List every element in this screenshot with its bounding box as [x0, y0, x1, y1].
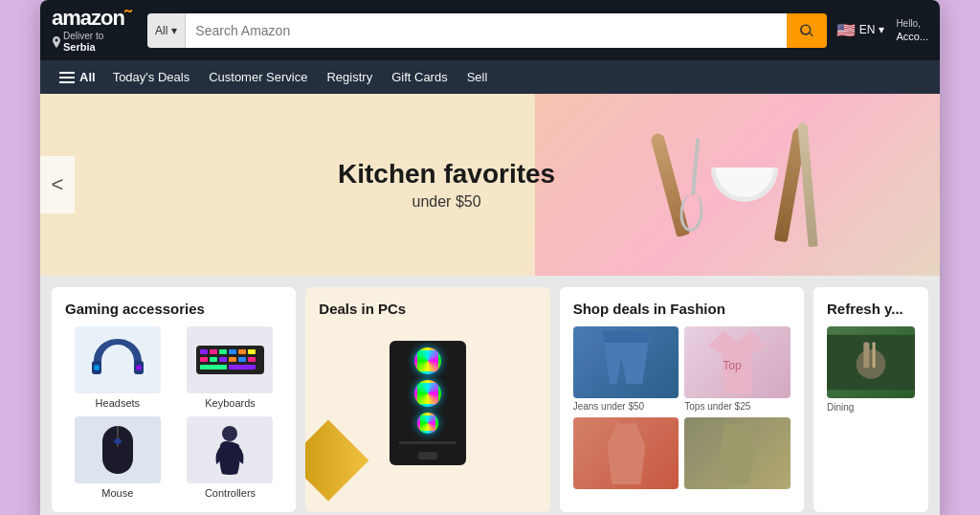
svg-rect-16 [248, 357, 256, 362]
pc-stripe [399, 441, 457, 444]
refresh-card-title: Refresh y... [827, 301, 915, 317]
svg-rect-14 [229, 357, 236, 362]
svg-point-24 [857, 349, 886, 379]
figurine-icon [211, 424, 249, 477]
spatula-decoration [797, 123, 817, 247]
hero-price: $50 [456, 193, 481, 210]
svg-rect-7 [219, 349, 227, 354]
hero-subtitle: under $50 [338, 193, 555, 211]
chevron-down-icon: ▾ [171, 24, 177, 37]
svg-rect-11 [200, 357, 208, 362]
dress1-icon [573, 417, 679, 489]
account-label: Acco... [896, 30, 928, 43]
hero-subtitle-text: under [412, 193, 456, 210]
svg-rect-9 [238, 349, 246, 354]
prev-slide-button[interactable]: < [40, 156, 75, 213]
headset-icon [84, 334, 151, 387]
dining-label: Dining [827, 402, 915, 413]
jeans-icon [573, 326, 679, 398]
jeans-label: Jeans under $50 [573, 401, 679, 412]
search-input[interactable] [186, 13, 786, 48]
svg-rect-25 [863, 342, 869, 368]
tops-icon: Top [684, 326, 791, 398]
logo-area[interactable]: amazon˜ Deliver to Serbia [52, 8, 138, 53]
gaming-item-keyboard[interactable]: Keyboards [178, 326, 283, 409]
account-area[interactable]: Hello, Acco... [896, 17, 928, 43]
svg-rect-15 [238, 357, 246, 362]
svg-rect-17 [200, 365, 227, 369]
pc-image-container[interactable] [319, 326, 536, 480]
hero-banner: < Kitchen favorites under $50 [40, 94, 940, 276]
fashion-item-dress2[interactable] [684, 417, 791, 492]
us-flag-icon: 🇺🇸 [836, 21, 856, 39]
refresh-card: Refresh y... Dining [813, 287, 928, 512]
refresh-item-dining[interactable]: Dining [827, 326, 915, 413]
svg-rect-26 [873, 342, 876, 368]
gaming-item-figurine[interactable]: Controllers [178, 416, 283, 499]
svg-rect-8 [229, 349, 236, 354]
nav-bar: All Today's Deals Customer Service Regis… [40, 60, 940, 94]
amazon-header: amazon˜ Deliver to Serbia All ▾ [40, 0, 940, 60]
location-text: Serbia [63, 41, 103, 53]
fashion-item-jeans[interactable]: Jeans under $50 [573, 326, 679, 412]
nav-sell[interactable]: Sell [457, 66, 498, 88]
nav-all-button[interactable]: All [52, 66, 103, 88]
location-icon [52, 36, 61, 48]
keyboard-label: Keyboards [205, 397, 256, 409]
keyboard-icon [194, 341, 266, 379]
search-category-dropdown[interactable]: All ▾ [147, 13, 186, 48]
gaming-items: Headsets [65, 326, 282, 499]
pc-drive [418, 452, 437, 459]
language-label: EN [859, 23, 876, 36]
gaming-item-headset[interactable]: Headsets [65, 326, 170, 409]
fan-3 [417, 413, 438, 434]
dress2-image [684, 417, 791, 489]
gaming-card-title: Gaming accessories [65, 301, 282, 317]
svg-text:Top: Top [724, 359, 743, 372]
jeans-image [573, 326, 679, 398]
fashion-items: Jeans under $50 Top Tops under $25 [573, 326, 791, 492]
fashion-item-dress1[interactable] [573, 417, 679, 492]
hero-text: Kitchen favorites under $50 [338, 159, 555, 211]
all-label: All [79, 70, 96, 84]
prev-arrow-icon: < [52, 172, 64, 197]
browser-window: amazon˜ Deliver to Serbia All ▾ [40, 0, 940, 515]
figurine-label: Controllers [205, 487, 256, 499]
nav-registry[interactable]: Registry [317, 66, 382, 88]
fashion-card-title: Shop deals in Fashion [573, 301, 791, 317]
amazon-logo: amazon˜ [52, 8, 130, 29]
search-button[interactable] [787, 13, 827, 48]
svg-rect-6 [210, 349, 217, 354]
bowl-decoration [711, 168, 778, 202]
language-selector[interactable]: 🇺🇸 EN ▾ [836, 21, 885, 39]
fashion-card: Shop deals in Fashion Jeans under $50 [560, 287, 804, 512]
search-bar: All ▾ [147, 13, 827, 48]
fashion-item-tops[interactable]: Top Tops under $25 [684, 326, 791, 412]
hero-title: Kitchen favorites [338, 159, 555, 190]
svg-point-3 [136, 365, 142, 370]
pc-card-title: Deals in PCs [319, 301, 536, 317]
deliver-to[interactable]: Deliver to Serbia [52, 31, 103, 53]
tops-label: Tops under $25 [684, 401, 791, 412]
svg-point-20 [114, 438, 122, 444]
whisk-decoration [678, 137, 708, 233]
mouse-icon [99, 424, 137, 477]
headset-image [75, 326, 161, 393]
svg-rect-13 [219, 357, 227, 362]
search-icon [798, 22, 815, 39]
pc-card: Deals in PCs [305, 287, 549, 512]
fan-2 [414, 380, 441, 407]
mouse-label: Mouse [101, 487, 133, 499]
search-category-label: All [155, 24, 167, 37]
nav-customer-service[interactable]: Customer Service [199, 66, 317, 88]
nav-todays-deals[interactable]: Today's Deals [103, 66, 200, 88]
lang-chevron-icon: ▾ [879, 23, 884, 36]
gaming-card: Gaming accessories Head [52, 287, 296, 512]
product-grid: Gaming accessories Head [40, 276, 940, 515]
amazon-smile: ˜ [124, 6, 130, 30]
nav-gift-cards[interactable]: Gift Cards [382, 66, 457, 88]
pc-tower [390, 341, 466, 465]
headset-label: Headsets [96, 397, 140, 409]
gaming-item-mouse[interactable]: Mouse [65, 416, 170, 499]
deliver-label: Deliver to [63, 31, 103, 41]
